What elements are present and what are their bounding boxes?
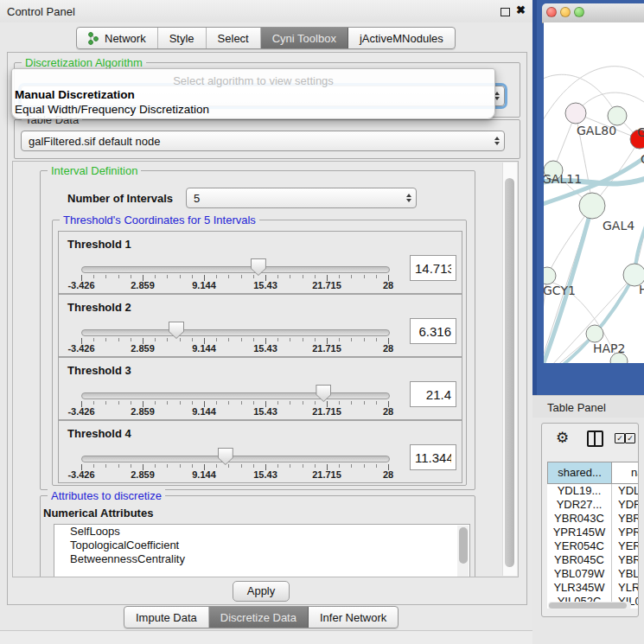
threshold-1-label: Threshold 1 — [67, 238, 131, 251]
network-window-titlebar[interactable] — [542, 3, 644, 23]
list-item[interactable]: SelfLoops — [54, 525, 469, 539]
slider-thumb[interactable] — [218, 448, 233, 465]
scrollbar-thumb[interactable] — [505, 178, 514, 567]
slider-track[interactable] — [81, 456, 390, 462]
node-partial-top[interactable] — [608, 106, 627, 125]
combo-stepper-icon[interactable] — [406, 188, 411, 207]
table-row[interactable]: YBL079WYBL0 — [547, 567, 639, 581]
column-header-name[interactable]: na — [611, 462, 639, 484]
network-graph: GAL80 GA C GAL11 GAL4 GCY1 H HAP2 — [544, 22, 644, 363]
node-hap2[interactable] — [586, 325, 603, 342]
list-item[interactable]: BetweennessCentrality — [54, 552, 469, 566]
tab-cyni-toolbox[interactable]: Cyni Toolbox — [261, 28, 348, 48]
settings-scrollbar[interactable] — [502, 163, 517, 576]
slider-track[interactable] — [81, 329, 390, 336]
split-columns-icon[interactable] — [587, 430, 603, 447]
node-gal4[interactable] — [579, 193, 605, 219]
popup-option-manual-discretization[interactable]: Manual Discretization — [15, 88, 135, 101]
node-label-hap2: HAP2 — [593, 341, 625, 355]
tick-label: 21.715 — [312, 406, 341, 417]
tab-jactivemnodules[interactable]: jActiveMNodules — [348, 28, 455, 48]
thresholds-group-title: Threshold's Coordinates for 5 Intervals — [60, 214, 259, 226]
slider-thumb[interactable] — [316, 385, 331, 402]
tick-label: 28 — [383, 280, 393, 290]
list-item[interactable]: TopologicalCoefficient — [54, 539, 469, 552]
table-container: ⚙ ✓ ✓ shared... na YDL19...YDL1 YDR27...… — [541, 423, 639, 617]
numerical-attributes-label: Numerical Attributes — [43, 507, 153, 520]
tab-style[interactable]: Style — [158, 28, 207, 48]
list-scrollbar[interactable] — [457, 526, 469, 577]
popup-option-equal-width-frequency[interactable]: Equal Width/Frequency Discretization — [15, 103, 209, 116]
tick-label: 28 — [383, 406, 393, 417]
table-row[interactable]: YER054CYER0 — [547, 539, 639, 553]
table-row[interactable]: YBR045CYBR0 — [547, 553, 639, 567]
tab-select[interactable]: Select — [207, 28, 261, 48]
table-row[interactable]: YLR345WYLR3 — [547, 581, 639, 595]
table-horizontal-scrollbar[interactable] — [548, 602, 631, 609]
combo-stepper-icon[interactable] — [494, 131, 500, 150]
table-panel-title: Table Panel — [547, 401, 606, 414]
tick-label: 2.859 — [131, 343, 155, 354]
node-gcy1[interactable] — [544, 267, 556, 284]
tab-infer-network[interactable]: Infer Network — [309, 607, 398, 628]
tick-label: 28 — [383, 469, 393, 480]
table-row[interactable]: YDL19...YDL1 — [547, 484, 639, 498]
checkbox-icon[interactable]: ✓ — [615, 433, 625, 443]
threshold-3-value-input[interactable] — [410, 381, 456, 407]
number-of-intervals-combobox[interactable]: 5 — [186, 188, 417, 208]
attributes-group: Attributes to discretize Numerical Attri… — [40, 495, 475, 577]
table-data-combobox[interactable]: galFiltered.sif default node — [21, 131, 505, 151]
node-label-partial-g: GA — [637, 125, 644, 139]
bottom-strip — [0, 631, 532, 644]
tab-network[interactable]: Network — [77, 28, 158, 48]
float-window-icon[interactable] — [501, 8, 510, 16]
threshold-panel-4: Threshold 4 -3.426 2.859 9.144 15.43 21.… — [58, 420, 462, 483]
threshold-2-value-input[interactable] — [410, 318, 456, 344]
table-panel-titlebar: Table Panel — [532, 395, 644, 418]
tick-label: 2.859 — [131, 280, 155, 290]
tick-label: 15.43 — [253, 280, 277, 290]
tick-label: 21.715 — [312, 280, 341, 290]
tick-label: -3.426 — [67, 406, 94, 417]
gear-icon[interactable]: ⚙ — [556, 429, 569, 447]
node-label-partial-c: C — [641, 152, 644, 166]
algorithm-popup: Select algorithm to view settings Manual… — [11, 68, 495, 119]
threshold-panel-2: Threshold 2 -3.426 2.859 9.144 15.43 21.… — [58, 294, 462, 357]
tick-label: 15.43 — [253, 469, 277, 480]
minimize-traffic-light-icon[interactable] — [560, 7, 571, 17]
node-gal80[interactable] — [565, 103, 586, 124]
numerical-attributes-list[interactable]: SelfLoops TopologicalCoefficient Between… — [54, 524, 470, 577]
node-label-gcy1: GCY1 — [544, 284, 576, 297]
slider-thumb[interactable] — [251, 258, 266, 276]
checkbox-icon[interactable]: ✓ — [625, 433, 635, 443]
tick-label: 9.144 — [192, 343, 216, 354]
threshold-2-label: Threshold 2 — [67, 301, 131, 314]
network-canvas[interactable]: GAL80 GA C GAL11 GAL4 GCY1 H HAP2 — [544, 22, 644, 363]
threshold-panel-1: Threshold 1 -3.426 2.859 9.144 15.43 21.… — [58, 231, 462, 294]
discretization-algorithm-title: Discretization Algorithm — [22, 56, 146, 69]
slider-track[interactable] — [81, 266, 390, 273]
thresholds-group: Threshold's Coordinates for 5 Intervals … — [52, 220, 467, 486]
network-icon — [88, 32, 99, 45]
node-label-gal80: GAL80 — [577, 124, 616, 137]
threshold-1-value-input[interactable] — [410, 255, 456, 281]
slider-track[interactable] — [81, 392, 390, 399]
table-row[interactable]: YPR145WYPR1 — [547, 526, 639, 539]
column-header-shared[interactable]: shared... — [547, 462, 612, 484]
tab-discretize-data[interactable]: Discretize Data — [209, 607, 309, 628]
slider-thumb[interactable] — [169, 322, 184, 339]
number-of-intervals-label: Number of Intervals — [67, 192, 173, 205]
apply-button[interactable]: Apply — [233, 581, 290, 602]
node-label-gal11: GAL11 — [544, 172, 582, 186]
scrollbar-thumb[interactable] — [549, 603, 627, 609]
algorithm-popup-hint: Select algorithm to view settings — [12, 74, 494, 87]
table-row[interactable]: YDR27...YDR2 — [547, 498, 639, 512]
close-icon[interactable]: ✖ — [516, 3, 526, 16]
tick-label: 2.859 — [131, 406, 155, 417]
threshold-4-value-input[interactable] — [410, 444, 456, 470]
control-panel-titlebar: Control Panel ✖ — [0, 0, 532, 22]
close-traffic-light-icon[interactable] — [546, 7, 557, 17]
table-row[interactable]: YBR043CYBR0 — [547, 512, 639, 526]
tab-impute-data[interactable]: Impute Data — [124, 607, 209, 628]
zoom-traffic-light-icon[interactable] — [574, 7, 584, 17]
